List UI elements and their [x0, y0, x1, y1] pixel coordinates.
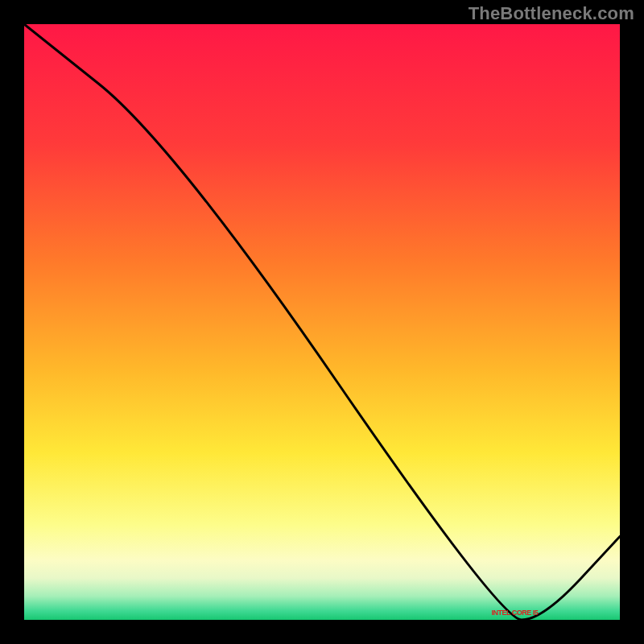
attribution-text: TheBottleneck.com — [469, 3, 634, 24]
bottleneck-curve — [24, 24, 620, 620]
chart-container: TheBottleneck.com INTEL CORE I5 — [0, 0, 644, 644]
min-marker-label: INTEL CORE I5 — [492, 609, 539, 617]
plot-area: INTEL CORE I5 — [24, 24, 620, 620]
curve-layer — [24, 24, 620, 620]
